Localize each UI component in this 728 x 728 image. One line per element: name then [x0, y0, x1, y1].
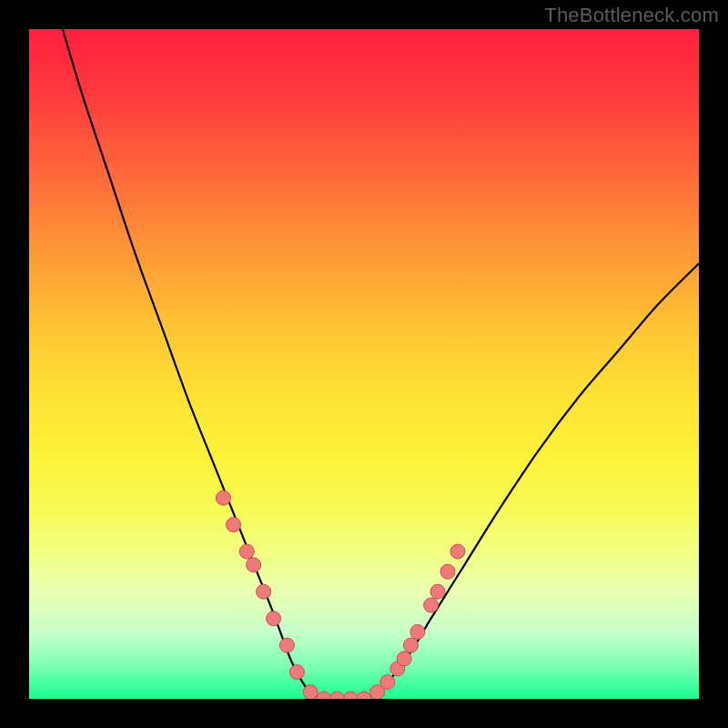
curve-dots	[216, 490, 465, 699]
curve-dot	[216, 490, 230, 505]
curve-dot	[317, 692, 331, 699]
chart-plot-area	[29, 29, 699, 699]
curve-dot	[397, 652, 411, 666]
curve-dot	[247, 558, 261, 572]
bottleneck-curve	[63, 29, 699, 699]
bottleneck-curve-svg	[29, 29, 699, 699]
curve-dot	[289, 665, 304, 680]
curve-dot	[343, 692, 358, 699]
curve-dot	[357, 692, 371, 699]
curve-dot	[330, 692, 345, 699]
curve-dot	[440, 564, 455, 579]
watermark-text: TheBottleneck.com	[544, 4, 719, 27]
curve-dot	[380, 675, 395, 690]
curve-dot	[424, 598, 439, 612]
curve-dot	[267, 612, 281, 626]
curve-dot	[279, 638, 294, 652]
curve-dot	[430, 584, 445, 599]
curve-dot	[450, 544, 465, 559]
curve-dot	[257, 584, 271, 599]
curve-dot	[239, 544, 254, 559]
curve-dot	[227, 518, 241, 532]
curve-dot	[303, 685, 318, 699]
curve-dot	[410, 624, 425, 639]
curve-dot	[404, 638, 419, 652]
